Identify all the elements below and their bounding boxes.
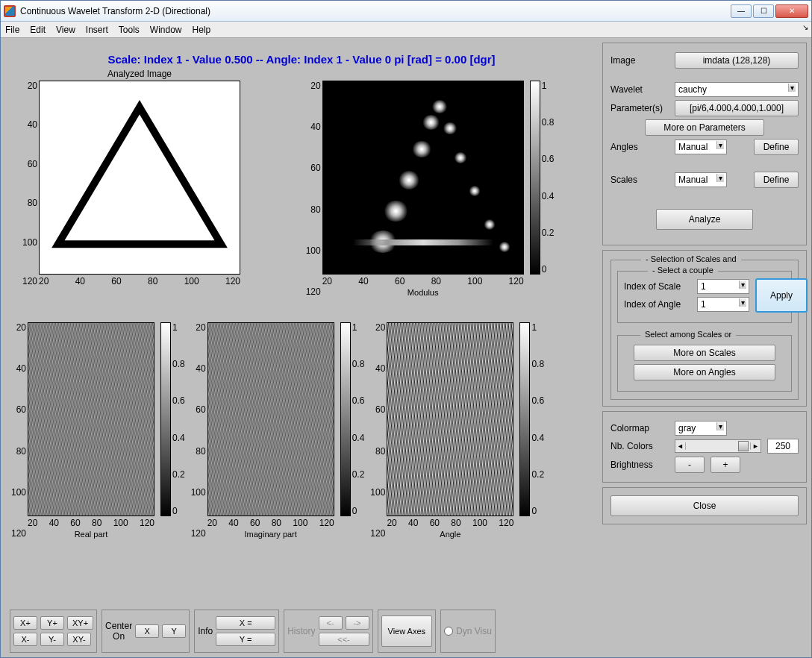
brightness-label: Brightness: [610, 460, 669, 470]
index-scale-label: Index of Scale: [624, 281, 691, 292]
angles-select[interactable]: Manual: [675, 140, 727, 154]
x-plus-button[interactable]: X+: [13, 616, 37, 630]
colormap-label: Colormap: [610, 423, 669, 433]
angles-define-button[interactable]: Define: [754, 139, 799, 155]
menu-tools[interactable]: Tools: [119, 25, 140, 35]
menubar: File Edit View Insert Tools Window Help …: [1, 22, 811, 38]
history-back-button[interactable]: <-: [319, 616, 343, 630]
imag-label: Imaginary part: [207, 530, 334, 539]
brightness-minus-button[interactable]: -: [675, 457, 705, 473]
center-y-button[interactable]: Y: [162, 624, 186, 638]
titlebar: Continuous Wavelet Transform 2-D (Direct…: [1, 1, 811, 22]
analyze-button[interactable]: Analyze: [656, 209, 753, 230]
history-reset-button[interactable]: <<-: [319, 633, 369, 646]
xy-plus-button[interactable]: XY+: [67, 616, 93, 630]
nbcolors-slider[interactable]: ◄►: [675, 439, 761, 453]
info-y-button[interactable]: Y =: [216, 633, 275, 646]
modulus-colorbar: [530, 81, 540, 275]
selection-group: - Selection of Scales and - Select a cou…: [610, 260, 799, 400]
more-parameters-button[interactable]: More on Parameters: [645, 119, 764, 136]
app-window: Continuous Wavelet Transform 2-D (Direct…: [0, 0, 812, 658]
center-on-label: Center On: [105, 621, 132, 642]
index-scale-select[interactable]: 1: [697, 279, 749, 294]
x-axis-ticks: 20406080100120: [39, 276, 240, 286]
wavelet-label: Wavelet: [610, 84, 669, 95]
center-x-button[interactable]: X: [135, 624, 159, 638]
nbcolors-label: Nb. Colors: [610, 441, 669, 451]
parameter-button[interactable]: [pi/6,4.000,4.000,1.000]: [675, 100, 799, 116]
scales-label: Scales: [610, 175, 669, 185]
brightness-plus-button[interactable]: +: [710, 457, 740, 473]
imaginary-part-plot[interactable]: [207, 322, 334, 516]
info-label: Info: [198, 626, 213, 636]
history-label: History: [287, 626, 315, 636]
image-label: Image: [610, 55, 669, 66]
y-axis-ticks: 20406080100120: [19, 81, 37, 286]
angles-label: Angles: [610, 142, 669, 152]
xy-minus-button[interactable]: XY-: [67, 633, 91, 646]
x-minus-button[interactable]: X-: [13, 633, 37, 646]
minimize-button[interactable]: —: [731, 4, 752, 18]
menu-view[interactable]: View: [56, 25, 75, 35]
index-angle-label: Index of Angle: [624, 299, 691, 310]
colorbar-ticks: 10.80.60.40.20: [542, 81, 555, 275]
modulus-label: Modulus: [322, 288, 524, 297]
menubar-corner-icon[interactable]: ↘: [802, 23, 808, 31]
analyzed-image-plot[interactable]: [39, 81, 240, 275]
modulus-y-ticks: 20406080100120: [303, 81, 321, 297]
header-title: Scale: Index 1 - Value 0.500 -- Angle: I…: [5, 43, 598, 69]
svg-marker-0: [58, 107, 221, 245]
scales-select[interactable]: Manual: [675, 172, 727, 187]
view-axes-button[interactable]: View Axes: [381, 615, 433, 647]
real-part-plot[interactable]: [28, 322, 154, 516]
window-title: Continuous Wavelet Transform 2-D (Direct…: [20, 6, 731, 16]
maximize-button[interactable]: ☐: [753, 4, 774, 18]
more-scales-button[interactable]: More on Scales: [634, 345, 775, 361]
parameter-label: Parameter(s): [610, 103, 669, 113]
nbcolors-value[interactable]: 250: [767, 439, 799, 454]
menu-insert[interactable]: Insert: [86, 25, 108, 35]
menu-edit[interactable]: Edit: [30, 25, 46, 35]
real-label: Real part: [28, 530, 154, 539]
app-icon: [4, 5, 16, 17]
angle-plot[interactable]: [387, 322, 513, 516]
apply-button[interactable]: Apply: [755, 278, 808, 313]
wavelet-select[interactable]: cauchy: [675, 82, 799, 97]
bottom-toolbar: X+ Y+ XY+ X- Y- XY- Center O: [10, 610, 593, 653]
menu-help[interactable]: Help: [193, 25, 211, 35]
scales-define-button[interactable]: Define: [754, 172, 799, 188]
right-panel: Image imdata (128,128) Wavelet cauchy Pa…: [602, 43, 807, 657]
modulus-plot[interactable]: [322, 81, 524, 275]
menu-window[interactable]: Window: [150, 25, 182, 35]
history-fwd-button[interactable]: ->: [346, 616, 369, 630]
menu-file[interactable]: File: [5, 25, 19, 35]
y-minus-button[interactable]: Y-: [40, 633, 64, 646]
angle-label: Angle: [387, 530, 513, 539]
analyzed-title: Analyzed Image: [107, 69, 172, 79]
close-button[interactable]: Close: [610, 495, 799, 516]
y-plus-button[interactable]: Y+: [40, 616, 64, 630]
more-angles-button[interactable]: More on Angles: [634, 364, 775, 380]
close-window-button[interactable]: ✕: [775, 4, 808, 18]
colormap-select[interactable]: gray: [675, 421, 727, 436]
info-x-button[interactable]: X =: [216, 616, 275, 630]
index-angle-select[interactable]: 1: [697, 297, 749, 312]
image-button[interactable]: imdata (128,128): [675, 52, 799, 69]
dyn-visu-radio[interactable]: Dyn Visu: [444, 626, 492, 636]
modulus-x-ticks: 20406080100120: [322, 276, 524, 286]
